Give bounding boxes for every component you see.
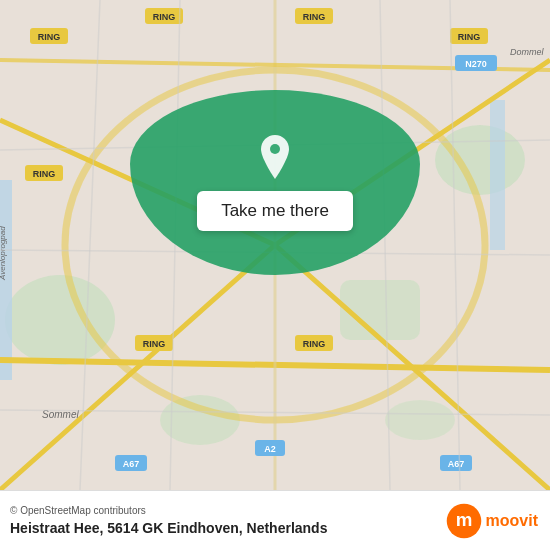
svg-text:Avenloprogpad: Avenloprogpad <box>0 226 7 281</box>
take-me-there-button[interactable]: Take me there <box>197 191 353 231</box>
svg-text:RING: RING <box>303 339 326 349</box>
svg-point-1 <box>5 275 115 365</box>
svg-rect-7 <box>490 100 505 250</box>
svg-text:RING: RING <box>153 12 176 22</box>
moovit-logo: m moovit <box>446 503 538 539</box>
svg-point-2 <box>435 125 525 195</box>
osm-attribution: © OpenStreetMap contributors <box>10 505 327 516</box>
moovit-text: moovit <box>486 512 538 530</box>
location-pin-icon <box>257 135 293 179</box>
footer: © OpenStreetMap contributors Heistraat H… <box>0 490 550 550</box>
svg-rect-3 <box>340 280 420 340</box>
address-label: Heistraat Hee, 5614 GK Eindhoven, Nether… <box>10 520 327 536</box>
svg-text:RING: RING <box>33 169 56 179</box>
svg-text:A2: A2 <box>264 444 276 454</box>
moovit-icon: m <box>446 503 482 539</box>
svg-text:RING: RING <box>303 12 326 22</box>
svg-text:A67: A67 <box>123 459 140 469</box>
footer-info: © OpenStreetMap contributors Heistraat H… <box>10 505 327 536</box>
svg-text:Dommel: Dommel <box>510 47 545 57</box>
svg-text:RING: RING <box>143 339 166 349</box>
svg-text:A67: A67 <box>448 459 465 469</box>
map-container: RING RING RING RING RING RING RING N270 … <box>0 0 550 490</box>
svg-text:RING: RING <box>38 32 61 42</box>
svg-point-48 <box>270 144 280 154</box>
svg-point-5 <box>385 400 455 440</box>
svg-text:N270: N270 <box>465 59 487 69</box>
svg-text:RING: RING <box>458 32 481 42</box>
svg-text:m: m <box>455 509 472 530</box>
